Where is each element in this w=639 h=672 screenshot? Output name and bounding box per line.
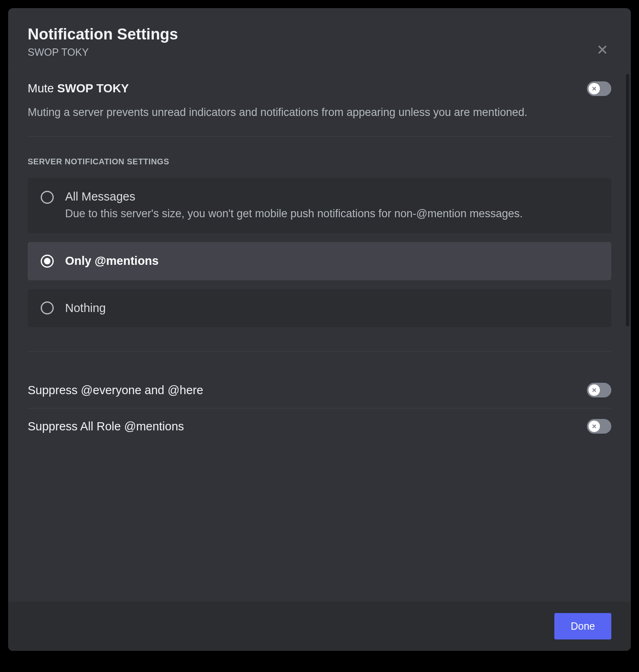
radio-title: Nothing	[65, 301, 598, 316]
scrollbar[interactable]	[626, 74, 629, 326]
mute-toggle[interactable]	[587, 81, 611, 96]
notification-radio-group: All Messages Due to this server's size, …	[28, 178, 611, 352]
mute-description: Muting a server prevents unread indicato…	[28, 105, 577, 120]
close-button[interactable]	[593, 41, 611, 59]
modal-footer: Done	[8, 602, 631, 651]
modal-header: Notification Settings SWOP TOKY	[8, 8, 631, 70]
radio-content: Only @mentions	[65, 253, 598, 269]
modal-body: Mute SWOP TOKY Muting a server prevents …	[8, 70, 631, 602]
toggle-knob-off	[589, 421, 600, 432]
suppress-everyone-toggle[interactable]	[587, 383, 611, 397]
close-icon	[595, 42, 610, 57]
radio-subtext: Due to this server's size, you won't get…	[65, 206, 598, 222]
toggle-knob-off	[589, 384, 600, 396]
suppress-roles-row: Suppress All Role @mentions	[28, 408, 611, 444]
x-icon	[591, 85, 597, 92]
mute-toggle-row: Mute SWOP TOKY	[28, 81, 611, 96]
radio-only-mentions[interactable]: Only @mentions	[28, 242, 611, 280]
suppress-everyone-label: Suppress @everyone and @here	[28, 384, 203, 397]
radio-icon	[41, 191, 54, 204]
radio-content: Nothing	[65, 301, 598, 316]
mute-section: Mute SWOP TOKY Muting a server prevents …	[28, 81, 611, 137]
suppress-roles-toggle[interactable]	[587, 419, 611, 434]
radio-icon	[41, 301, 54, 314]
radio-nothing[interactable]: Nothing	[28, 289, 611, 327]
radio-all-messages[interactable]: All Messages Due to this server's size, …	[28, 178, 611, 233]
x-icon	[591, 423, 597, 430]
notification-settings-modal: Notification Settings SWOP TOKY Mute SWO…	[8, 8, 631, 651]
mute-label: Mute SWOP TOKY	[28, 82, 129, 95]
done-button[interactable]: Done	[554, 613, 611, 639]
radio-title: Only @mentions	[65, 253, 598, 269]
radio-content: All Messages Due to this server's size, …	[65, 189, 598, 221]
suppress-everyone-row: Suppress @everyone and @here	[28, 372, 611, 408]
toggle-knob-off	[589, 83, 600, 94]
modal-title: Notification Settings	[28, 25, 611, 44]
radio-title: All Messages	[65, 189, 598, 205]
server-name-subtitle: SWOP TOKY	[28, 46, 611, 58]
server-settings-heading: SERVER NOTIFICATION SETTINGS	[28, 157, 611, 166]
x-icon	[591, 387, 597, 393]
radio-icon-selected	[41, 255, 54, 268]
suppress-roles-label: Suppress All Role @mentions	[28, 420, 184, 433]
